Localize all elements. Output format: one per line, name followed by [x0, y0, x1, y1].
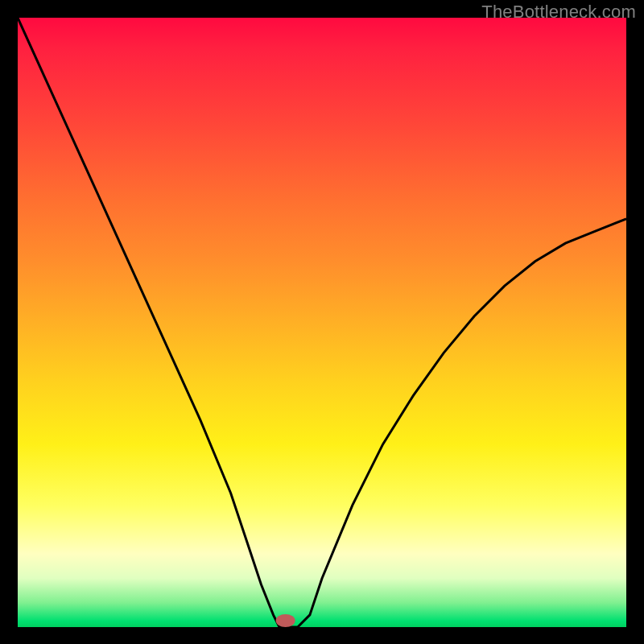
watermark-text: TheBottleneck.com [481, 2, 636, 23]
plot-area [18, 18, 626, 627]
chart-frame: TheBottleneck.com [0, 0, 644, 644]
